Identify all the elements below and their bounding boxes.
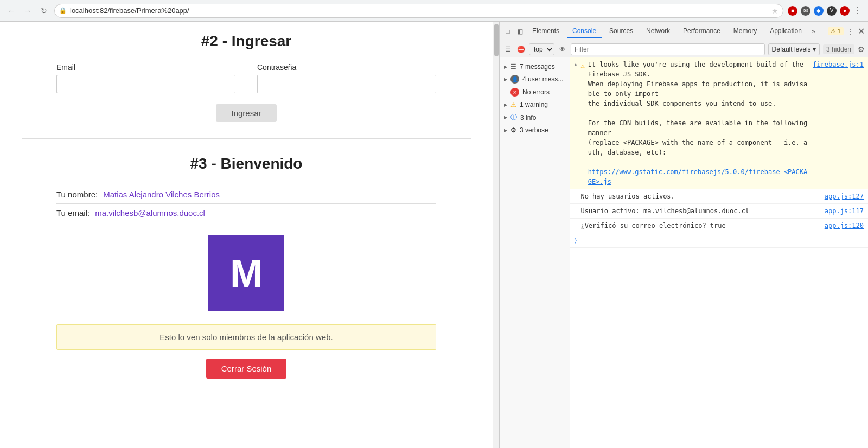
login-section: #2 - Ingresar Email Contraseña Ingresar [56,33,436,122]
browser-chrome: ← → ↻ 🔒 localhost:82/firebase/Primera%20… [0,0,868,22]
console-sidebar-toggle[interactable]: ☰ [503,44,513,54]
password-label: Contraseña [257,63,436,72]
address-bar[interactable]: 🔒 localhost:82/firebase/Primera%20app/ ★ [54,4,783,18]
extension-icon-1[interactable]: ■ [788,6,797,16]
sidebar-item-verbose[interactable]: ▶ ⚙ 3 verbose [500,124,570,136]
firebase-warning-source[interactable]: firebase.js:1 [813,60,864,69]
back-button[interactable]: ← [5,5,17,17]
browser-actions: ■ ✉ ◆ V ● ⋮ [788,6,863,16]
extension-icon-4[interactable]: V [827,6,837,16]
console-prompt[interactable]: 〉 [570,233,868,248]
nombre-label: Tu nombre: [56,190,98,199]
sidebar-item-errors[interactable]: ▶ ✕ No errors [500,86,570,99]
forward-button[interactable]: → [22,5,34,17]
list-icon: ☰ [510,63,516,71]
msg-expand-icon[interactable]: ▶ [575,61,577,69]
email-row: Tu email: ma.vilchesb@alumnos.duoc.cl [56,204,436,222]
avatar-letter: M [230,251,263,296]
verified-source[interactable]: app.js:120 [825,221,864,231]
web-content: #2 - Ingresar Email Contraseña Ingresar … [0,22,493,448]
console-msg-active-user: ▶ Usuario activo: ma.vilchesb@alumnos.du… [570,204,868,219]
expand-icon-warnings: ▶ [504,103,507,107]
sidebar-item-user-messages[interactable]: ▶ 👤 4 user mess... [500,73,570,86]
console-msg-firebase-warning: ▶ ⚠ It looks like you're using the devel… [570,57,868,189]
sidebar-item-warnings[interactable]: ▶ ⚠ 1 warning [500,99,570,111]
sidebar-errors-label: No errors [522,88,565,96]
members-notice: Esto lo ven solo miembros de la aplicaci… [56,324,436,350]
email-label2: Tu email: [56,208,90,217]
expand-icon-user: ▶ [504,77,507,82]
prompt-arrow-icon: 〉 [575,235,577,245]
email-field-group: Email [56,63,235,93]
url-text: localhost:82/firebase/Primera%20app/ [70,7,768,15]
warning-line6: (replace <PACKAGE> with the name of a co… [588,138,809,157]
section-divider [22,138,471,139]
more-tabs-icon[interactable]: » [809,25,818,37]
expand-icon-verbose: ▶ [504,128,507,133]
eye-icon[interactable]: 👁 [558,44,567,54]
page-scrollbar[interactable] [493,22,499,448]
devtools-mobile-icon[interactable]: ◧ [515,27,525,36]
console-body: ▶ ☰ 7 messages ▶ 👤 4 user mess... ▶ ✕ No… [500,57,868,448]
default-levels-button[interactable]: Default levels ▾ [768,43,820,55]
console-settings-icon[interactable]: ⚙ [858,45,865,54]
warning-badge: ⚠ 1 [828,27,844,35]
verified-content: ¿Verificó su correo electrónico? true [580,221,821,231]
tab-console[interactable]: Console [567,25,602,38]
active-user-source[interactable]: app.js:117 [825,206,864,216]
devtools-panel: □ ◧ Elements Console Sources Network Per… [499,22,868,448]
section2-title: #2 - Ingresar [56,33,436,50]
console-msg-no-users: ▶ No hay usuarios activos. app.js:127 [570,189,868,204]
prompt-input[interactable] [580,235,864,245]
sidebar-item-all-messages[interactable]: ▶ ☰ 7 messages [500,61,570,73]
extension-icon-5[interactable]: ● [840,6,850,16]
extension-icon-2[interactable]: ✉ [801,6,810,16]
error-icon: ✕ [510,88,519,97]
console-msg-verified: ▶ ¿Verificó su correo electrónico? true … [570,219,868,233]
warning-link[interactable]: https://www.gstatic.com/firebasejs/5.0.0… [588,167,809,187]
devtools-close-button[interactable]: ✕ [858,26,865,36]
password-field-group: Contraseña [257,63,436,93]
console-messages: ▶ ⚠ It looks like you're using the devel… [570,57,868,448]
firebase-warning-content: It looks like you're using the developme… [588,60,809,187]
avatar-box: M [208,235,284,311]
user-icon: 👤 [510,75,519,84]
more-options-icon[interactable]: ⋮ [853,6,863,16]
expand-icon: ▶ [504,65,507,69]
tab-performance[interactable]: Performance [678,25,726,38]
context-selector[interactable]: top [529,43,554,55]
sidebar-verbose-label: 3 verbose [520,126,565,134]
scrollbar-thumb[interactable] [494,24,499,56]
email-input[interactable] [56,75,235,93]
expand-icon-info: ▶ [504,115,507,120]
tab-network[interactable]: Network [641,25,675,38]
sidebar-info-label: 3 info [520,114,565,121]
refresh-button[interactable]: ↻ [38,5,50,17]
tab-sources[interactable]: Sources [604,25,639,38]
cerrar-sesion-button[interactable]: Cerrar Sesión [206,359,287,379]
info-icon: ⓘ [510,113,517,122]
hidden-badge: 3 hidden [823,44,854,54]
tab-elements[interactable]: Elements [527,25,565,38]
sidebar-all-label: 7 messages [520,63,565,71]
form-row: Email Contraseña [56,63,436,93]
sidebar-item-info[interactable]: ▶ ⓘ 3 info [500,111,570,124]
nombre-value: Matias Alejandro Vilches Berrios [103,190,220,199]
filter-input[interactable] [571,43,765,55]
warning-line4 [588,108,809,118]
password-input[interactable] [257,75,436,93]
console-toolbar: ☰ ⛔ top 👁 Default levels ▾ 3 hidden ⚙ [500,41,868,57]
devtools-settings-icon[interactable]: ⋮ [847,27,854,36]
devtools-dock-icon[interactable]: □ [503,27,513,36]
sidebar-user-label: 4 user mess... [522,75,565,83]
ingresar-button[interactable]: Ingresar [216,104,276,122]
warning-line2: When deploying Firebase apps to producti… [588,79,809,99]
verbose-icon: ⚙ [510,126,516,134]
tab-application[interactable]: Application [764,25,807,38]
extension-icon-3[interactable]: ◆ [814,6,824,16]
no-users-source[interactable]: app.js:127 [825,191,864,201]
warning-icon: ⚠ [510,101,516,108]
console-clear-icon[interactable]: ⛔ [516,44,526,54]
warning-line7 [588,157,809,167]
tab-memory[interactable]: Memory [728,25,762,38]
